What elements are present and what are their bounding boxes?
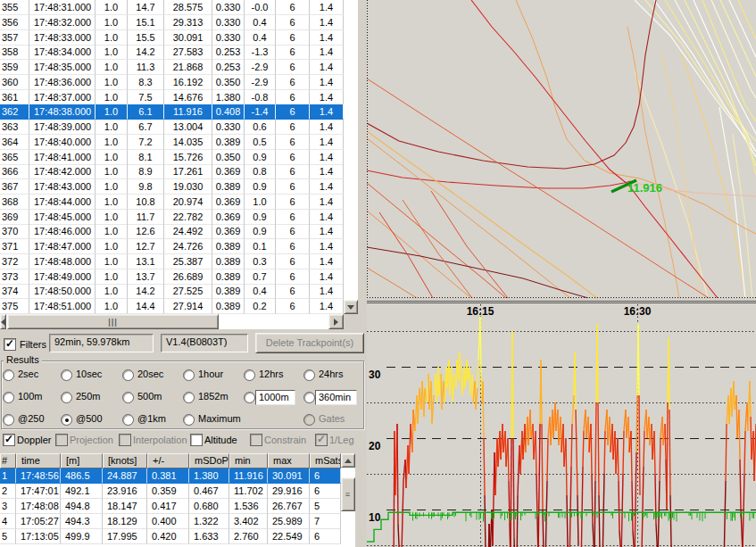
table-row[interactable]: 36617:48:42.0001.08.917.2610.3690.861.4 [0,164,344,179]
table-cell: 0.420 [147,529,189,544]
table-row[interactable]: 36917:48:45.0001.011.722.7820.3690.961.4 [0,210,344,225]
table-row[interactable]: 517:13:05499.917.9950.4201.6332.76022.54… [0,529,341,544]
trackpoint-horizontal-scrollbar[interactable]: ||| [0,314,344,329]
filters-checkbox[interactable] [4,338,16,351]
results-vertical-scrollbar[interactable]: ≡ [341,453,355,547]
checkbox-altitude[interactable] [190,434,203,446]
table-cell: 366 [0,164,29,179]
radio-500m[interactable] [122,392,134,403]
radio-100m[interactable] [3,392,14,403]
column-header[interactable]: time [16,453,61,468]
radio-gates[interactable] [303,414,315,426]
radio-1000m[interactable] [244,392,255,403]
radio-250m[interactable] [61,392,72,403]
column-header[interactable]: # [0,453,16,468]
speed-graph-panel[interactable]: 16:1516:30302010 [367,301,756,547]
scroll-up-button[interactable] [341,453,355,468]
radio-360min[interactable] [303,392,315,403]
table-row[interactable]: 36417:48:40.0001.07.214.0350.3890.561.4 [0,135,344,150]
table-row[interactable]: 217:47:01492.123.9160.3590.46711.70229.9… [0,484,341,499]
table-row[interactable]: 37117:48:47.0001.012.724.7260.3890.161.4 [0,239,344,254]
table-row[interactable]: 417:05:27494.318.1290.4001.3223.40225.98… [0,514,341,529]
column-header[interactable]: mSDoP [189,453,229,468]
column-header[interactable]: [m] [61,453,103,468]
radio-label: 1hour [198,369,223,379]
scroll-right-button[interactable] [328,314,344,329]
table-cell: 24.492 [164,224,212,239]
table-row[interactable]: 37517:48:51.0001.014.427.9140.3890.261.4 [0,299,344,314]
table-cell: 0.408 [212,104,245,120]
table-row[interactable]: 36317:48:39.0001.06.713.0040.3300.661.4 [0,120,344,135]
radio-250[interactable] [3,414,14,426]
checkbox-1leg[interactable] [315,434,328,446]
table-row[interactable]: 117:48:56486.524.8870.3811.38011.91630.0… [0,468,341,484]
scroll-left-button[interactable] [0,314,6,329]
speed-trace-segment [667,402,668,510]
checkbox-doppler[interactable] [3,434,15,446]
radio-20sec[interactable] [122,369,134,381]
radio-2sec[interactable] [3,369,14,381]
checkbox-constrain[interactable] [250,434,262,446]
radio-24hrs[interactable] [303,369,315,381]
table-row[interactable]: 36217:48:38.0001.06.111.9160.408-1.461.4 [0,104,344,120]
track-map-panel[interactable]: 11.916 [367,0,756,298]
table-cell: 370 [0,224,29,239]
table-row[interactable]: 35817:48:34.0001.014.227.5830.253-1.361.… [0,45,344,60]
results-header-row: #time[m][knots]+/-mSDoPminmaxmSats [0,453,341,468]
table-row[interactable]: 36817:48:44.0001.010.820.9740.3691.061.4 [0,195,344,210]
table-row[interactable]: 37317:48:49.0001.013.726.6890.3890.761.4 [0,269,344,285]
column-header[interactable]: mSats [310,453,341,468]
column-header[interactable]: min [229,453,268,468]
arrow-right-icon [334,319,342,326]
table-cell: 0.330 [212,15,245,30]
table-row[interactable]: 37217:48:48.0001.013.125.3870.3890.361.4 [0,254,344,269]
column-header[interactable]: max [268,453,310,468]
table-row[interactable]: 37417:48:50.0001.014.227.5250.3890.461.4 [0,284,344,299]
radio-500[interactable] [61,414,72,426]
delete-trackpoints-button[interactable]: Delete Trackpoint(s) [255,333,364,353]
column-header[interactable]: [knots] [103,453,147,468]
table-cell: 24.887 [103,468,147,484]
map-background [367,0,756,298]
results-table[interactable]: #time[m][knots]+/-mSDoPminmaxmSats117:48… [0,453,341,547]
table-row[interactable]: 36117:48:37.0001.07.514.6761.380-0.861.4 [0,90,344,105]
radio-label: 12hrs [259,369,284,379]
table-row[interactable]: 36517:48:41.0001.08.115.7260.3500.961.4 [0,150,344,165]
radio-label: 100m [18,391,43,402]
table-row[interactable]: 35617:48:32.0001.015.129.3130.3300.461.4 [0,15,344,30]
radio-1km[interactable] [122,414,134,426]
radio-maximum[interactable] [183,414,195,426]
radio-10sec[interactable] [61,369,72,381]
table-cell: 0.369 [212,210,245,225]
checkbox-interpolation[interactable] [119,434,131,446]
option-value-field[interactable]: 1000m [255,390,295,405]
table-row[interactable]: 35517:48:31.0001.014.728.5750.330-0.061.… [0,0,344,15]
radio-label: Maximum [198,413,241,424]
table-cell: 22.782 [164,210,212,225]
table-row[interactable]: 36017:48:36.0001.08.316.1920.350-2.961.4 [0,75,344,90]
radio-1hour[interactable] [183,369,195,381]
hscroll-thumb[interactable]: ||| [7,314,219,329]
table-cell: 375 [0,299,29,314]
table-cell: 17:48:31.000 [29,0,96,15]
radio-1852m[interactable] [183,392,195,403]
table-cell: 18.129 [103,514,147,529]
scroll-down-button[interactable] [344,300,358,314]
option-value-field[interactable]: 360min [315,390,357,405]
radio-12hrs[interactable] [244,369,255,381]
table-row[interactable]: 317:48:08494.818.1470.4170.6801.53626.76… [0,499,341,514]
table-row[interactable]: 37017:48:46.0001.012.624.4920.3690.961.4 [0,224,344,239]
speed-trace-segment [632,481,633,531]
column-header[interactable]: +/- [147,453,189,468]
table-row[interactable]: 35717:48:33.0001.015.530.0910.3300.461.4 [0,30,344,46]
table-row[interactable]: 36717:48:43.0001.09.819.0300.3890.961.4 [0,179,344,195]
trackpoint-table[interactable]: 35517:48:31.0001.014.728.5750.330-0.061.… [0,0,344,314]
checkbox-projection[interactable] [55,434,68,446]
table-cell: 6 [276,210,310,225]
trackpoint-vertical-scrollbar[interactable] [344,0,358,314]
table-cell: 1.0 [96,45,128,60]
vscroll-thumb[interactable]: ≡ [341,477,355,511]
table-cell: 1.536 [229,499,268,514]
table-cell: 355 [0,0,29,15]
table-row[interactable]: 35917:48:35.0001.011.321.8680.253-2.961.… [0,60,344,75]
